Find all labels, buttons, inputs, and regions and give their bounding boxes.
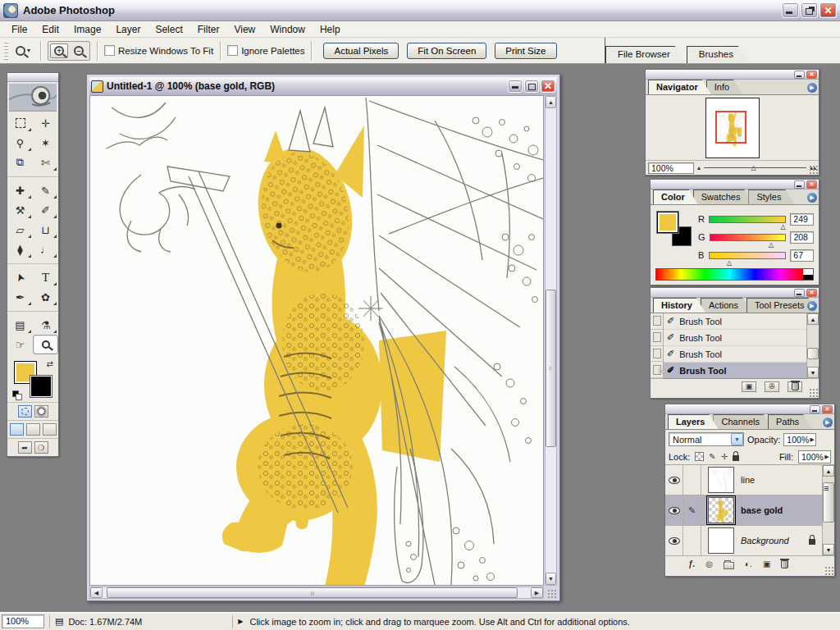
- navigator-zoom-slider[interactable]: △: [704, 167, 806, 168]
- type-tool[interactable]: T: [33, 267, 58, 287]
- options-grip[interactable]: [4, 42, 8, 60]
- layer-style-button[interactable]: ƒ.: [688, 559, 695, 568]
- history-source-well[interactable]: [651, 330, 663, 346]
- vertical-scrollbar[interactable]: ▲ ≡ ▼: [545, 95, 557, 586]
- color-spectrum-ramp[interactable]: [655, 268, 814, 281]
- document-title-bar[interactable]: Untitled-1 @ 100% (base gold, RGB) ✕: [89, 77, 557, 95]
- path-selection-tool[interactable]: ➤: [7, 267, 33, 287]
- history-scroll-down-icon[interactable]: ▼: [807, 367, 819, 378]
- layer-name[interactable]: base gold: [741, 505, 783, 515]
- tab-actions[interactable]: Actions: [701, 298, 751, 313]
- imageready-logo-button[interactable]: ❍: [34, 441, 48, 454]
- layer-thumbnail[interactable]: [708, 467, 734, 493]
- scroll-right-icon[interactable]: ▶: [531, 587, 543, 598]
- layer-link-cell[interactable]: [683, 465, 701, 495]
- new-layer-set-button[interactable]: [724, 559, 734, 569]
- horizontal-scroll-track[interactable]: |||: [103, 587, 531, 598]
- menu-select[interactable]: Select: [148, 22, 189, 37]
- menu-filter[interactable]: Filter: [191, 22, 226, 37]
- delete-layer-button[interactable]: [781, 560, 788, 568]
- tab-history[interactable]: History: [653, 298, 705, 313]
- color-minimize-button[interactable]: [794, 180, 805, 189]
- dodge-tool[interactable]: ♩: [33, 240, 58, 259]
- history-delete-button[interactable]: [788, 381, 802, 392]
- blend-mode-dropdown[interactable]: Normal ▼: [669, 432, 744, 446]
- brushes-tab[interactable]: Brushes: [687, 46, 750, 63]
- navigator-minimize-button[interactable]: [794, 71, 805, 79]
- history-scroll-up-icon[interactable]: ▲: [807, 313, 819, 325]
- opacity-field[interactable]: 100% ▶: [783, 433, 816, 446]
- doc-maximize-button[interactable]: [524, 80, 539, 93]
- layer-name[interactable]: Background: [741, 536, 789, 546]
- fullscreen-menubar-button[interactable]: [26, 423, 40, 436]
- green-slider-marker[interactable]: △: [769, 241, 774, 249]
- zoom-out-mode-button[interactable]: –: [70, 43, 88, 58]
- history-state-row-selected[interactable]: ▷ ✐ Brush Tool: [664, 363, 806, 379]
- ignore-palettes-checkbox[interactable]: [227, 45, 238, 56]
- layer-row-base-gold[interactable]: ✎ base gold: [665, 495, 822, 526]
- navigator-view-box[interactable]: [715, 111, 746, 144]
- layer-active-brush-cell[interactable]: ✎: [683, 495, 701, 525]
- tab-swatches[interactable]: Swatches: [693, 189, 754, 204]
- tab-styles[interactable]: Styles: [748, 189, 794, 204]
- horizontal-scroll-thumb[interactable]: |||: [107, 587, 518, 598]
- scroll-left-icon[interactable]: ◀: [90, 587, 103, 598]
- tab-navigator[interactable]: Navigator: [648, 80, 711, 94]
- photoshop-eye-logo[interactable]: [9, 84, 57, 112]
- menu-file[interactable]: File: [5, 22, 34, 37]
- green-value-field[interactable]: 208: [790, 231, 814, 244]
- add-layer-mask-button[interactable]: ◎: [705, 559, 713, 568]
- lasso-tool[interactable]: ⚲: [7, 133, 33, 153]
- zoom-tool[interactable]: [33, 335, 58, 354]
- brush-tool[interactable]: ✎: [33, 180, 58, 200]
- red-slider[interactable]: △: [709, 216, 786, 223]
- layers-minimize-button[interactable]: [810, 405, 820, 413]
- zoom-tool-preset[interactable]: ▾: [12, 44, 34, 57]
- fill-arrow-icon[interactable]: ▶: [824, 454, 830, 460]
- layers-menu-button[interactable]: ▶: [823, 418, 833, 427]
- navigator-zoom-out-icon[interactable]: ▴: [697, 164, 701, 171]
- background-color-swatch[interactable]: [30, 376, 52, 397]
- navigator-resize-grip[interactable]: [809, 165, 818, 174]
- horizontal-scrollbar[interactable]: ◀ ||| ▶: [89, 587, 544, 599]
- menu-window[interactable]: Window: [263, 22, 312, 37]
- green-slider[interactable]: △: [710, 234, 787, 241]
- tab-paths[interactable]: Paths: [768, 414, 812, 429]
- tab-channels[interactable]: Channels: [713, 414, 772, 429]
- red-slider-marker[interactable]: △: [780, 223, 785, 231]
- default-colors-icon[interactable]: [12, 390, 22, 400]
- doc-close-button[interactable]: ✕: [541, 80, 555, 93]
- spectrum-gradient[interactable]: [656, 269, 803, 280]
- opacity-arrow-icon[interactable]: ▶: [809, 436, 815, 443]
- actual-pixels-button[interactable]: Actual Pixels: [323, 43, 399, 59]
- clone-stamp-tool[interactable]: ⚒: [7, 200, 33, 220]
- fill-field[interactable]: 100% ▶: [798, 450, 831, 463]
- layer-visibility-toggle[interactable]: [665, 465, 683, 495]
- color-foreground-swatch[interactable]: [657, 212, 678, 233]
- layer-thumbnail[interactable]: [708, 527, 734, 554]
- doc-minimize-button[interactable]: [508, 80, 523, 93]
- print-size-button[interactable]: Print Size: [495, 43, 556, 59]
- navigator-menu-button[interactable]: ▶: [807, 83, 817, 93]
- dropdown-arrow-icon[interactable]: ▼: [731, 433, 743, 445]
- history-minimize-button[interactable]: [794, 289, 805, 297]
- blur-tool[interactable]: ⧫: [7, 240, 33, 259]
- vertical-scroll-track[interactable]: ≡: [546, 108, 556, 573]
- new-layer-button[interactable]: ▣: [763, 559, 770, 568]
- layer-name[interactable]: line: [741, 475, 755, 485]
- color-menu-button[interactable]: ▶: [807, 193, 817, 203]
- layer-row-background[interactable]: Background: [665, 526, 822, 556]
- new-document-from-state-button[interactable]: ▣: [742, 381, 756, 392]
- history-title-bar[interactable]: ✕: [651, 288, 819, 298]
- adjustment-layer-button[interactable]: ◐.: [745, 559, 752, 568]
- layers-title-bar[interactable]: ✕: [665, 404, 834, 414]
- slider-marker-icon[interactable]: △: [751, 164, 756, 171]
- blue-value-field[interactable]: 67: [790, 249, 814, 262]
- fit-on-screen-button[interactable]: Fit On Screen: [407, 43, 486, 59]
- tab-color[interactable]: Color: [653, 189, 698, 204]
- canvas[interactable]: [89, 95, 544, 586]
- layer-thumbnail[interactable]: [708, 497, 734, 523]
- restore-button[interactable]: [801, 2, 818, 18]
- standard-screen-button[interactable]: [10, 423, 24, 436]
- lock-transparency-icon[interactable]: [695, 452, 704, 461]
